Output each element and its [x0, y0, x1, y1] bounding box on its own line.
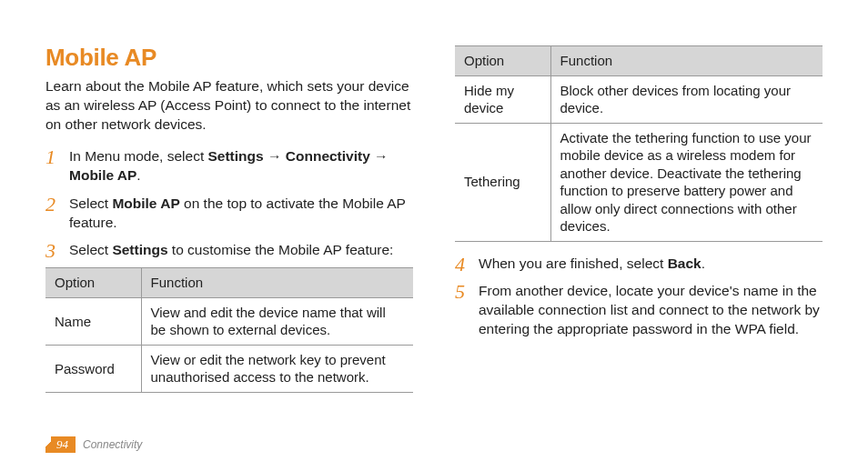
step-text: . — [136, 167, 140, 183]
option-name: Tethering — [455, 123, 550, 241]
page-footer: 94 Connectivity — [45, 436, 823, 453]
step-text: In Menu mode, select — [69, 148, 208, 164]
step-text: When you are finished, select — [479, 256, 668, 271]
table-row: Tethering Activate the tethering functio… — [455, 123, 823, 241]
option-desc: View and edit the device name that will … — [141, 297, 413, 345]
step-1: In Menu mode, select Settings → Connecti… — [45, 147, 413, 185]
menu-path-connectivity: Connectivity — [286, 148, 370, 164]
option-name: Name — [45, 297, 141, 345]
table-header-function: Function — [550, 46, 823, 76]
table-row: Password View or edit the network key to… — [45, 345, 413, 392]
arrow-icon: → — [267, 148, 282, 164]
step-4: When you are finished, select Back. — [455, 255, 823, 274]
options-table-2: Option Function Hide my device Block oth… — [455, 45, 823, 242]
option-name: Hide my device — [455, 75, 550, 123]
table-header-option: Option — [45, 268, 141, 298]
step-text: From another device, locate your device'… — [479, 283, 820, 336]
manual-page: Mobile AP Learn about the Mobile AP feat… — [0, 0, 868, 471]
options-table-1: Option Function Name View and edit the d… — [45, 267, 413, 393]
option-name: Password — [45, 345, 141, 392]
footer-section-name: Connectivity — [83, 438, 142, 451]
table-header-function: Function — [141, 268, 413, 298]
menu-path-settings: Settings — [208, 148, 264, 164]
step-text: to customise the Mobile AP feature: — [172, 242, 394, 257]
step-text: Select — [69, 195, 112, 211]
step-list-cont: When you are finished, select Back. From… — [455, 255, 823, 340]
intro-paragraph: Learn about the Mobile AP feature, which… — [45, 77, 413, 135]
step-bold: Settings — [112, 242, 167, 257]
section-heading: Mobile AP — [45, 44, 413, 72]
step-5: From another device, locate your device'… — [455, 282, 823, 339]
left-column: Mobile AP Learn about the Mobile AP feat… — [45, 44, 413, 436]
table-header-row: Option Function — [455, 46, 823, 76]
table-header-option: Option — [455, 46, 550, 76]
page-number-badge: 94 — [45, 436, 76, 453]
option-desc: Block other devices from locating your d… — [550, 75, 823, 123]
table-row: Name View and edit the device name that … — [45, 297, 413, 345]
step-3: Select Settings to customise the Mobile … — [45, 241, 413, 392]
step-bold: Mobile AP — [112, 195, 179, 211]
option-desc: Activate the tethering function to use y… — [550, 123, 823, 241]
step-2: Select Mobile AP on the top to activate … — [45, 195, 413, 233]
right-column: Option Function Hide my device Block oth… — [455, 44, 823, 436]
table-header-row: Option Function — [45, 268, 413, 298]
step-text: Select — [69, 242, 112, 257]
two-column-layout: Mobile AP Learn about the Mobile AP feat… — [45, 44, 823, 436]
table-row: Hide my device Block other devices from … — [455, 75, 823, 123]
step-text: . — [701, 256, 705, 271]
option-desc: View or edit the network key to prevent … — [141, 345, 413, 392]
step-list: In Menu mode, select Settings → Connecti… — [45, 147, 413, 393]
arrow-icon: → — [374, 148, 389, 164]
step-bold: Back — [668, 256, 701, 271]
menu-path-mobile-ap: Mobile AP — [69, 167, 136, 183]
